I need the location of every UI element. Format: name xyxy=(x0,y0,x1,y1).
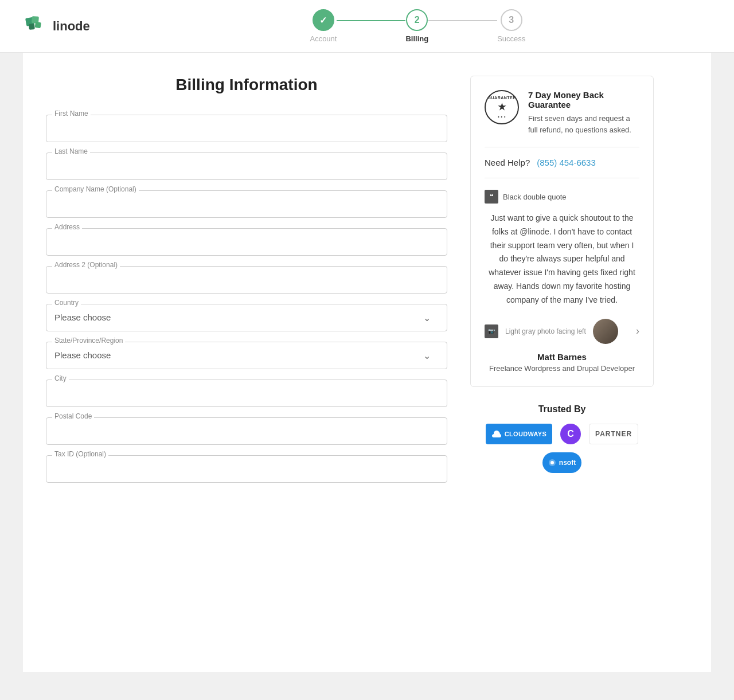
tax-field-group: Tax ID (Optional) xyxy=(46,455,447,483)
first-name-field-group: First Name xyxy=(46,115,447,142)
state-select-wrapper: Please choose New York California ⌄ xyxy=(54,350,439,361)
country-label: Country xyxy=(52,299,81,307)
configr-label: C xyxy=(567,429,574,439)
trusted-label: Trusted By xyxy=(470,404,654,414)
trusted-section: Trusted By CLOUDWAYS C Partner xyxy=(470,404,654,473)
stepper: ✓ Account 2 Billing 3 Success xyxy=(124,9,711,43)
author-name: Matt Barnes xyxy=(485,352,639,362)
city-border: City xyxy=(46,380,447,407)
address-border: Address xyxy=(46,228,447,256)
last-name-border: Last Name xyxy=(46,152,447,180)
main-content: Billing Information First Name Last Name… xyxy=(23,53,711,672)
cloudways-label: CLOUDWAYS xyxy=(505,431,546,437)
address2-border: Address 2 (Optional) xyxy=(46,266,447,294)
step-label-success: Success xyxy=(497,34,525,43)
help-phone-link[interactable]: (855) 454-6633 xyxy=(537,158,596,167)
last-name-input[interactable] xyxy=(54,161,439,171)
testimonial-section: ❝ Black double quote Just want to give a… xyxy=(485,178,639,373)
trusted-logos: CLOUDWAYS C Partner nsoft xyxy=(470,424,654,473)
state-border: State/Province/Region Please choose New … xyxy=(46,342,447,369)
country-field-group: Country Please choose United States Unit… xyxy=(46,304,447,331)
quote-icon-box: ❝ xyxy=(485,190,498,204)
tax-label: Tax ID (Optional) xyxy=(52,450,108,458)
quote-label: Black double quote xyxy=(503,193,567,201)
svg-rect-2 xyxy=(29,24,35,30)
logo-area: linode xyxy=(23,14,90,39)
postal-label: Postal Code xyxy=(52,412,94,420)
guarantee-title: 7 Day Money Back Guarantee xyxy=(528,90,639,110)
quote-icon-row: ❝ Black double quote xyxy=(485,190,639,204)
first-name-border: First Name xyxy=(46,115,447,142)
step-label-billing: Billing xyxy=(405,34,428,43)
author-title: Freelance Wordpress and Drupal Developer xyxy=(485,364,639,373)
last-name-label: Last Name xyxy=(52,147,90,155)
address2-field-group: Address 2 (Optional) xyxy=(46,266,447,294)
cloudways-icon xyxy=(491,430,502,438)
form-title: Billing Information xyxy=(46,76,447,94)
company-field-group: Company Name (Optional) xyxy=(46,190,447,218)
postal-border: Postal Code xyxy=(46,417,447,445)
nsoft-logo: nsoft xyxy=(542,452,581,473)
guarantee-top: GUARANTEE ★ • • • 7 Day Money Back Guara… xyxy=(485,90,639,135)
address-field-group: Address xyxy=(46,228,447,256)
nsoft-icon xyxy=(548,459,556,467)
first-name-label: First Name xyxy=(52,110,91,118)
configr-logo: C xyxy=(560,424,581,444)
city-input[interactable] xyxy=(54,388,439,398)
step-success: 3 Success xyxy=(497,9,525,43)
address-label: Address xyxy=(52,223,82,231)
step-circle-success: 3 xyxy=(501,9,522,31)
tax-border: Tax ID (Optional) xyxy=(46,455,447,483)
last-name-field-group: Last Name xyxy=(46,152,447,180)
help-label: Need Help? xyxy=(485,158,530,167)
guarantee-text: 7 Day Money Back Guarantee First seven d… xyxy=(528,90,639,135)
nsoft-label: nsoft xyxy=(559,459,576,467)
tax-input[interactable] xyxy=(54,464,439,474)
cloudways-logo: CLOUDWAYS xyxy=(486,424,552,444)
country-select[interactable]: Please choose United States United Kingd… xyxy=(54,312,439,322)
linode-logo-icon xyxy=(23,14,48,39)
author-image-icon: 📷 xyxy=(485,324,498,338)
chevron-right-icon: › xyxy=(636,325,639,337)
address2-input[interactable] xyxy=(54,275,439,284)
state-label: State/Province/Region xyxy=(52,337,125,345)
address2-label: Address 2 (Optional) xyxy=(52,261,120,269)
author-image-label: Light gray photo facing left xyxy=(505,327,586,335)
sidebar: GUARANTEE ★ • • • 7 Day Money Back Guara… xyxy=(470,76,654,649)
company-input[interactable] xyxy=(54,199,439,209)
form-area: Billing Information First Name Last Name… xyxy=(46,76,447,649)
partner-logo: Partner xyxy=(589,424,638,444)
state-field-group: State/Province/Region Please choose New … xyxy=(46,342,447,369)
logo-text: linode xyxy=(53,19,90,34)
postal-field-group: Postal Code xyxy=(46,417,447,445)
header: linode ✓ Account 2 Billing 3 Success xyxy=(0,0,734,53)
step-line-2 xyxy=(428,20,497,21)
guarantee-badge-icon: GUARANTEE ★ • • • xyxy=(485,90,519,124)
testimonial-text: Just want to give a quick shoutout to th… xyxy=(485,212,639,307)
step-billing: 2 Billing xyxy=(405,9,428,43)
country-border: Country Please choose United States Unit… xyxy=(46,304,447,331)
author-avatar xyxy=(593,319,618,344)
company-border: Company Name (Optional) xyxy=(46,190,447,218)
country-select-wrapper: Please choose United States United Kingd… xyxy=(54,312,439,323)
company-label: Company Name (Optional) xyxy=(52,185,139,193)
postal-input[interactable] xyxy=(54,426,439,436)
svg-point-5 xyxy=(550,461,554,464)
first-name-input[interactable] xyxy=(54,123,439,133)
partner-label: Partner xyxy=(595,430,632,438)
step-label-account: Account xyxy=(310,34,337,43)
step-circle-billing: 2 xyxy=(406,9,428,31)
address-input[interactable] xyxy=(54,237,439,247)
step-account: ✓ Account xyxy=(310,9,337,43)
help-section: Need Help? (855) 454-6633 xyxy=(485,147,639,178)
step-line-1 xyxy=(337,20,405,21)
city-label: City xyxy=(52,374,69,382)
city-field-group: City xyxy=(46,380,447,407)
state-select[interactable]: Please choose New York California xyxy=(54,350,439,360)
step-circle-account: ✓ xyxy=(313,9,334,31)
testimonial-author-row: 📷 Light gray photo facing left › xyxy=(485,319,639,344)
svg-rect-3 xyxy=(35,22,41,28)
guarantee-description: First seven days and request a full refu… xyxy=(528,113,639,135)
guarantee-box: GUARANTEE ★ • • • 7 Day Money Back Guara… xyxy=(470,76,654,387)
